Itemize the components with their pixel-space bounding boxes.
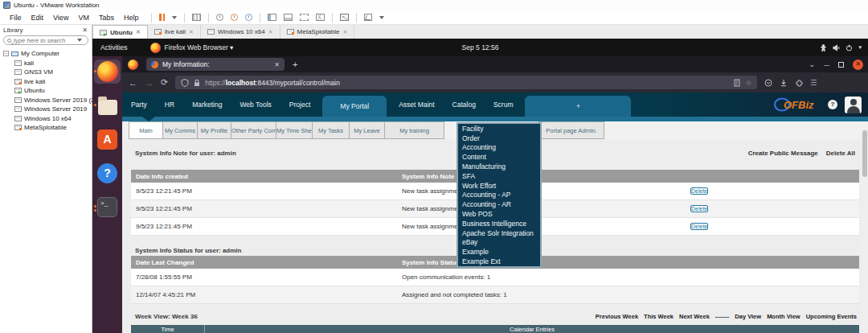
power-icon[interactable]: [845, 44, 853, 51]
close-tab-icon[interactable]: ✕: [274, 61, 280, 68]
subtab-my-leave[interactable]: My Leave: [349, 121, 385, 139]
clock[interactable]: Sep 5 12:56: [462, 43, 499, 51]
subtab-my-comms[interactable]: My Comms: [162, 121, 198, 139]
dropdown-item-web-pos[interactable]: Web POS: [458, 209, 540, 219]
unity-mode-icon[interactable]: [316, 14, 325, 21]
dock-help[interactable]: ?: [94, 161, 121, 185]
show-library-icon[interactable]: [268, 14, 276, 21]
reload-button[interactable]: ⟳: [161, 77, 168, 88]
power-options-caret[interactable]: [172, 16, 177, 19]
menu-file[interactable]: File: [5, 12, 27, 23]
dropdown-item-content[interactable]: Content: [458, 152, 540, 162]
nav-my-portal-active[interactable]: My Portal: [322, 96, 387, 117]
reader-mode-icon[interactable]: [733, 79, 741, 87]
url-bar[interactable]: https://localhost:8443/myportal/control/…: [175, 76, 757, 89]
nav-party[interactable]: Party: [122, 92, 156, 117]
dock-firefox[interactable]: [94, 60, 121, 84]
accessibility-icon[interactable]: [820, 44, 827, 51]
previous-week-link[interactable]: Previous Week: [596, 313, 638, 320]
dropdown-item-sfa[interactable]: SFA: [458, 171, 540, 181]
minimize-button[interactable]: —: [824, 62, 829, 68]
nav-hr[interactable]: HR: [156, 92, 183, 117]
tree-root-my-computer[interactable]: − My Computer: [3, 49, 92, 59]
pocket-icon[interactable]: [764, 79, 772, 87]
send-ctrl-alt-del-icon[interactable]: [192, 14, 201, 21]
dropdown-item-accounting[interactable]: Accounting: [458, 143, 540, 153]
dock-terminal[interactable]: >_: [94, 195, 121, 219]
dropdown-item-facility[interactable]: Facility: [458, 124, 540, 134]
help-button[interactable]: ?: [828, 100, 837, 109]
vm-tab-metasploitable[interactable]: MetaSploitable ✕: [280, 25, 355, 39]
chevron-down-icon[interactable]: ▾: [858, 44, 862, 51]
shield-icon[interactable]: [181, 79, 189, 87]
close-tab-icon[interactable]: ✕: [268, 29, 273, 35]
subtab-my-tasks[interactable]: My Tasks: [312, 121, 350, 139]
maximize-button[interactable]: [838, 62, 844, 68]
dropdown-item-order[interactable]: Order: [458, 134, 540, 143]
library-close-icon[interactable]: ✕: [82, 27, 88, 34]
manage-snapshots-icon[interactable]: [245, 14, 252, 21]
menu-edit[interactable]: Edit: [27, 12, 49, 23]
user-avatar[interactable]: [845, 97, 862, 113]
dock-files[interactable]: [94, 93, 121, 117]
suspend-vm-button[interactable]: [159, 14, 165, 21]
delete-button[interactable]: Delete: [690, 223, 708, 230]
tree-item-win10[interactable]: Windows 10 x64: [3, 114, 92, 124]
dropdown-item-work-effort[interactable]: Work Effort: [458, 181, 540, 191]
subtab-my-time-sheet[interactable]: My Time Sheet: [276, 121, 313, 139]
back-button[interactable]: ←: [129, 78, 137, 88]
dropdown-item-example-ext[interactable]: Example Ext: [458, 257, 540, 266]
dropdown-item-example[interactable]: Example: [458, 247, 540, 257]
library-search-input[interactable]: [14, 37, 75, 44]
downloads-icon[interactable]: [780, 79, 788, 87]
menu-view[interactable]: View: [48, 12, 73, 23]
close-tab-icon[interactable]: ✕: [136, 29, 141, 35]
vm-tab-live-kali[interactable]: live kali ✕: [148, 25, 201, 39]
tree-expander-icon[interactable]: −: [3, 51, 9, 56]
tree-item-kali[interactable]: kali: [3, 59, 92, 68]
menu-vm[interactable]: VM: [73, 12, 94, 23]
console-view-icon[interactable]: [284, 14, 293, 21]
create-public-message-link[interactable]: Create Public Message: [748, 150, 818, 157]
delete-button[interactable]: Delete: [690, 205, 708, 212]
hamburger-menu-icon[interactable]: ☰: [810, 79, 817, 87]
close-window-button[interactable]: ✕: [853, 60, 863, 70]
lock-icon[interactable]: [193, 79, 201, 87]
extensions-icon[interactable]: [795, 79, 803, 87]
revert-snapshot-icon[interactable]: [231, 14, 238, 21]
nav-web-tools[interactable]: Web Tools: [231, 92, 280, 117]
stretch-options-caret[interactable]: [379, 16, 384, 19]
tree-item-ubuntu[interactable]: Ubuntu: [3, 86, 92, 96]
nav-marketing[interactable]: Marketing: [183, 92, 231, 117]
nav-scrum[interactable]: Scrum: [485, 92, 522, 117]
search-filter-caret[interactable]: [77, 39, 82, 42]
nav-more-apps-button[interactable]: +: [525, 96, 631, 117]
this-week-link[interactable]: This Week: [644, 313, 674, 320]
menu-help[interactable]: Help: [119, 12, 144, 23]
close-tab-icon[interactable]: ✕: [189, 29, 194, 35]
dropdown-item-accounting-ap[interactable]: Accounting - AP: [458, 191, 540, 200]
dropdown-item-ebay[interactable]: eBay: [458, 238, 540, 248]
scrollbar-thumb[interactable]: [862, 130, 867, 177]
day-view-link[interactable]: Day View: [735, 313, 761, 320]
new-tab-button[interactable]: +: [293, 60, 297, 69]
console-icon[interactable]: >_: [340, 14, 349, 21]
library-search[interactable]: [3, 35, 88, 45]
dropdown-item-manufacturing[interactable]: Manufacturing: [458, 162, 540, 171]
activities-button[interactable]: Activities: [92, 43, 128, 51]
list-all-tabs-icon[interactable]: ⌄: [809, 60, 815, 68]
tree-item-winserver2019-2[interactable]: Windows Server 2019 (2: [3, 96, 92, 105]
next-week-link[interactable]: Next Week: [679, 313, 710, 320]
volume-muted-icon[interactable]: [833, 44, 840, 51]
tree-item-gns3[interactable]: GNS3 VM: [3, 68, 92, 77]
app-menu[interactable]: Firefox Web Browser ▾: [165, 43, 234, 51]
dropdown-item-apache-solr[interactable]: Apache Solr Integration: [458, 228, 540, 238]
delete-all-link[interactable]: Delete All: [826, 150, 855, 157]
tree-item-live-kali[interactable]: live kali: [3, 77, 92, 87]
tree-item-winserver2019[interactable]: Windows Server 2019: [3, 105, 92, 114]
dropdown-item-business-intelligence[interactable]: Business Intelligence: [458, 219, 540, 228]
bookmark-star-icon[interactable]: ☆: [745, 79, 751, 87]
free-stretch-icon[interactable]: [364, 14, 372, 21]
forward-button[interactable]: →: [145, 78, 154, 88]
delete-button[interactable]: Delete: [690, 187, 708, 195]
